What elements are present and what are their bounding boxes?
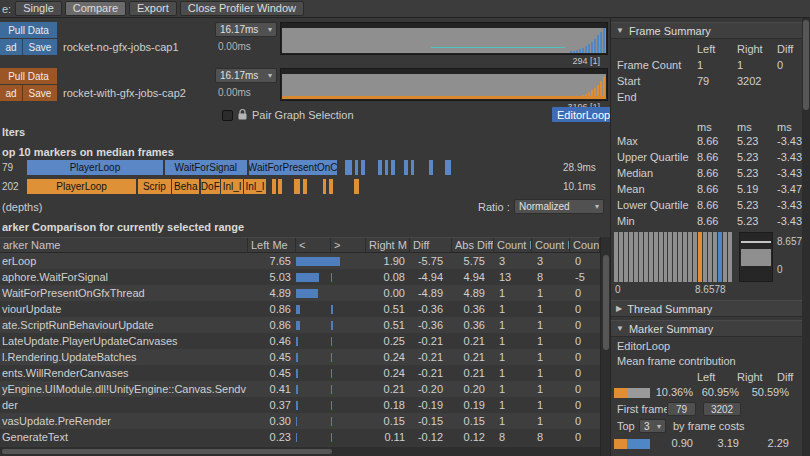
marker-summary-header[interactable]: ▼ Marker Summary — [611, 320, 803, 337]
column-header[interactable]: Right M — [366, 238, 410, 252]
column-header[interactable]: Abs Diff — [452, 238, 494, 252]
marker-segment[interactable] — [294, 179, 300, 194]
panel-vertical-scrollbar[interactable] — [802, 18, 810, 456]
count-right-cell: 1 — [532, 317, 570, 333]
top10-left-total: 28.9ms — [563, 162, 596, 173]
marker-segment[interactable] — [272, 179, 276, 194]
column-header[interactable]: arker Name — [0, 238, 248, 252]
thread-summary-header[interactable]: ▶ Thread Summary — [611, 300, 803, 317]
column-header[interactable]: Count D — [570, 238, 600, 252]
marker-segment[interactable] — [378, 160, 382, 175]
right-median-bar — [331, 337, 332, 346]
load-button-right[interactable]: ad — [0, 85, 23, 101]
marker-segment[interactable]: WaitForSignal — [165, 160, 248, 175]
marker-row[interactable]: ate.ScriptRunBehaviourUpdate 0.86 0.51 -… — [0, 317, 600, 333]
top-n-label: Top — [617, 420, 635, 432]
marker-segment[interactable] — [278, 179, 282, 194]
marker-segment[interactable]: Beha — [172, 179, 199, 194]
column-header[interactable]: Count R — [532, 238, 570, 252]
marker-segment[interactable] — [361, 160, 365, 175]
marker-segment[interactable]: Scrip — [138, 179, 171, 194]
marker-segment[interactable] — [355, 160, 359, 175]
selected-marker-chip[interactable]: EditorLoop — [552, 107, 615, 122]
top-n-dropdown[interactable]: 3 ▾ — [639, 419, 666, 433]
marker-row[interactable]: erLoop 7.65 1.90 -5.75 5.75 3 3 0 — [0, 253, 600, 269]
load-button-left[interactable]: ad — [0, 39, 23, 55]
graph-spike — [570, 51, 572, 53]
single-mode-button[interactable]: Single — [15, 1, 62, 16]
right-bar-cell — [331, 253, 366, 269]
save-button-right[interactable]: Save — [23, 85, 57, 101]
save-button-left[interactable]: Save — [23, 39, 57, 55]
scale-dropdown-right[interactable]: 16.17ms ▾ — [215, 68, 277, 83]
lock-icon[interactable] — [237, 108, 248, 121]
column-header[interactable]: > — [331, 238, 366, 252]
count-delta-cell: 0 — [570, 349, 600, 365]
marker-segment[interactable]: WaitForPresentOnC — [249, 160, 337, 175]
marker-segment[interactable]: PlayerLoop — [27, 179, 136, 194]
summary-row: Start 79 3202 — [611, 74, 803, 90]
column-header[interactable]: Diff — [410, 238, 452, 252]
marker-row[interactable]: vasUpdate.PreRender 0.30 0.15 -0.15 0.15… — [0, 413, 600, 429]
scrollbar-thumb[interactable] — [603, 255, 609, 350]
left-median-bar — [296, 337, 298, 346]
first-frame-right-button[interactable]: 3202 — [703, 402, 741, 416]
column-header[interactable]: Count L — [494, 238, 532, 252]
marker-row[interactable]: viourUpdate 0.86 0.51 -0.36 0.36 1 1 0 — [0, 301, 600, 317]
column-header[interactable]: < — [296, 238, 331, 252]
costs-right: 3.19 — [697, 437, 739, 449]
scrollbar-thumb[interactable] — [803, 20, 809, 110]
marker-segment[interactable]: Inl_I — [221, 179, 242, 194]
frame-time-graph-left[interactable] — [280, 22, 608, 55]
scale-dropdown-left[interactable]: 16.17ms ▾ — [215, 22, 277, 37]
export-button[interactable]: Export — [129, 1, 177, 16]
marker-segment[interactable] — [391, 160, 395, 175]
right-bar-cell — [331, 413, 366, 429]
marker-segment[interactable] — [411, 160, 415, 175]
marker-segment[interactable]: Inl_I — [244, 179, 265, 194]
marker-segment[interactable] — [445, 160, 451, 175]
ratio-dropdown[interactable]: Normalized ▾ — [514, 199, 604, 214]
pair-graph-checkbox[interactable] — [222, 110, 233, 121]
table-vertical-scrollbar[interactable] — [600, 237, 610, 456]
marker-row[interactable]: ents.WillRenderCanvases 0.45 0.24 -0.21 … — [0, 365, 600, 381]
marker-row[interactable]: WaitForPresentOnGfxThread 4.89 0.00 -4.8… — [0, 285, 600, 301]
marker-segment[interactable] — [323, 179, 327, 194]
count-right-cell: 1 — [532, 301, 570, 317]
column-header[interactable]: Left Me — [248, 238, 296, 252]
right-median-bar — [331, 305, 333, 314]
top10-left-bar[interactable]: PlayerLoopWaitForSignalWaitForPresentOnC — [27, 160, 560, 175]
frame-time-histogram[interactable] — [614, 232, 732, 282]
scrollbar-thumb[interactable] — [2, 449, 332, 454]
abs-diff-cell: 0.21 — [452, 333, 494, 349]
pull-data-button-left[interactable]: Pull Data — [0, 22, 57, 38]
marker-segment[interactable]: PlayerLoop — [27, 160, 163, 175]
table-horizontal-scrollbar[interactable] — [0, 447, 600, 456]
box-plot — [739, 232, 773, 282]
count-delta-cell: 0 — [570, 381, 600, 397]
marker-segment[interactable]: DoF — [201, 179, 220, 194]
count-right-cell: 1 — [532, 365, 570, 381]
marker-row[interactable]: GenerateText 0.23 0.11 -0.12 0.12 8 8 0 — [0, 429, 600, 445]
marker-row[interactable]: aphore.WaitForSignal 5.03 0.08 -4.94 4.9… — [0, 269, 600, 285]
frame-time-graph-right[interactable] — [280, 68, 608, 101]
marker-row[interactable]: l.Rendering.UpdateBatches 0.45 0.24 -0.2… — [0, 349, 600, 365]
close-profiler-button[interactable]: Close Profiler Window — [180, 1, 304, 16]
first-frame-row: First frame 79 3202 — [611, 402, 803, 418]
top10-right-bar[interactable]: PlayerLoopScripBehaDoFInl_IInl_I — [27, 179, 560, 194]
compare-mode-button[interactable]: Compare — [65, 1, 126, 16]
marker-segment[interactable] — [345, 160, 352, 175]
marker-segment[interactable] — [429, 160, 433, 175]
marker-segment[interactable] — [303, 179, 307, 194]
marker-segment[interactable] — [354, 179, 359, 194]
first-frame-left-button[interactable]: 79 — [667, 402, 696, 416]
marker-segment[interactable] — [385, 160, 389, 175]
left-bar-cell — [296, 301, 331, 317]
marker-row[interactable]: yEngine.UIModule.dll!UnityEngine::Canvas… — [0, 381, 600, 397]
frame-summary-header[interactable]: ▼ Frame Summary — [611, 22, 803, 39]
marker-row[interactable]: LateUpdate.PlayerUpdateCanvases 0.46 0.2… — [0, 333, 600, 349]
pull-data-button-right[interactable]: Pull Data — [0, 68, 57, 84]
marker-row[interactable]: der 0.37 0.18 -0.19 0.19 1 1 0 — [0, 397, 600, 413]
marker-segment[interactable] — [329, 179, 333, 194]
marker-segment[interactable] — [404, 160, 408, 175]
